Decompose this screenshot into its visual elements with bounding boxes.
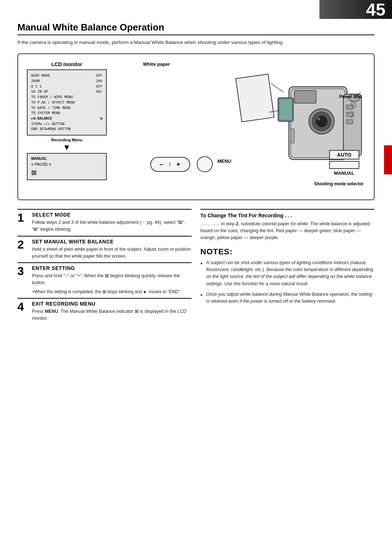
svg-rect-16 bbox=[346, 105, 353, 109]
pause-text: ≡ PAUSE ≡ bbox=[31, 162, 102, 166]
step-2-title: SET MANUAL WHITE BALANCE bbox=[32, 239, 192, 245]
note-item-2: Once you adjust white balance during Man… bbox=[200, 291, 375, 305]
intro-text: If the camera is operating in manual mod… bbox=[17, 39, 375, 46]
svg-rect-17 bbox=[346, 112, 353, 117]
step-3-text: Press and hold "–" or "+". When the ⊠ be… bbox=[32, 273, 192, 286]
lcd-bottom: MANUAL ≡ PAUSE ≡ ⊠ bbox=[27, 153, 107, 180]
lcd-screen: WIDE MODEOFF ZOOM20X D I SOFF GA IN UPAG… bbox=[27, 69, 107, 136]
step-4-content: EXIT RECORDING MENU Press MENU. The Manu… bbox=[32, 301, 192, 322]
power-dial-label: Power Dial bbox=[339, 94, 362, 99]
step-2-number: 2 bbox=[17, 239, 28, 250]
red-tab bbox=[384, 145, 392, 174]
menu-label: MENU bbox=[217, 158, 231, 164]
notes-section: NOTES: A subject can be shot under vario… bbox=[200, 247, 375, 305]
shooting-mode-label: Shooting mode selector bbox=[314, 181, 364, 186]
note-item-1: A subject can be shot under various type… bbox=[200, 259, 375, 288]
svg-rect-18 bbox=[346, 120, 353, 124]
svg-rect-8 bbox=[294, 90, 316, 103]
tint-title: To Change The Tint For Recording . . . bbox=[200, 213, 375, 218]
lcd-label: LCD monitor bbox=[27, 61, 107, 67]
plus-icon: + bbox=[176, 161, 181, 168]
menu-button[interactable] bbox=[197, 156, 213, 172]
step-4-number: 4 bbox=[17, 301, 28, 312]
step-2-content: SET MANUAL WHITE BALANCE Hold a sheet of… bbox=[32, 239, 192, 260]
step-3-number: 3 bbox=[17, 265, 28, 277]
white-paper-label: White paper bbox=[143, 61, 170, 67]
step-3-title: ENTER SETTING bbox=[32, 265, 192, 271]
svg-line-21 bbox=[271, 83, 283, 92]
svg-point-6 bbox=[317, 117, 320, 120]
notes-list: A subject can be shot under various type… bbox=[200, 259, 375, 305]
manual-text: MANUAL bbox=[31, 157, 102, 161]
manual-mode[interactable]: MANUAL bbox=[334, 170, 354, 176]
notes-title: NOTES: bbox=[200, 247, 375, 257]
separator-icon: I bbox=[169, 161, 171, 167]
tint-section: To Change The Tint For Recording . . . …… bbox=[200, 209, 375, 241]
lcd-section: LCD monitor WIDE MODEOFF ZOOM20X D I SOF… bbox=[27, 61, 107, 192]
step-2-text: Hold a sheet of plain white paper in fro… bbox=[32, 246, 192, 260]
step-4: 4 EXIT RECORDING MENU Press MENU. The Ma… bbox=[17, 298, 192, 325]
auto-mode[interactable]: AUTO bbox=[329, 150, 359, 160]
diagram-box: LCD monitor WIDE MODEOFF ZOOM20X D I SOF… bbox=[17, 53, 375, 200]
minus-plus-button[interactable]: – I + bbox=[150, 157, 190, 172]
minus-icon: – bbox=[160, 161, 164, 168]
steps-right: To Change The Tint For Recording . . . …… bbox=[200, 209, 375, 324]
step-1-number: 1 bbox=[17, 212, 28, 223]
step-3-note: •When the setting is completed, the ⊠ st… bbox=[32, 288, 192, 295]
step-1-content: SELECT MODE Follow steps 2 and 3 of the … bbox=[32, 212, 192, 233]
step-4-text: Press MENU. The Manual White Balance ind… bbox=[32, 308, 192, 322]
step-3: 3 ENTER SETTING Press and hold "–" or "+… bbox=[17, 262, 192, 298]
steps-left: 1 SELECT MODE Follow steps 2 and 3 of th… bbox=[17, 209, 192, 324]
steps-section: 1 SELECT MODE Follow steps 2 and 3 of th… bbox=[17, 209, 375, 324]
svg-rect-10 bbox=[279, 99, 292, 120]
buttons-row: – I + bbox=[150, 156, 213, 172]
svg-rect-20 bbox=[291, 129, 294, 143]
arrow-down: ▼ bbox=[27, 144, 107, 152]
page-title: Manual White Balance Operation bbox=[17, 22, 375, 35]
step-4-title: EXIT RECORDING MENU bbox=[32, 301, 192, 307]
tint-text: …… In step 2, substitute colored paper f… bbox=[200, 221, 375, 241]
svg-rect-7 bbox=[343, 94, 362, 156]
step-1-title: SELECT MODE bbox=[32, 212, 192, 218]
camera-area: White paper bbox=[114, 61, 365, 192]
recording-menu-label: Recording Menu bbox=[27, 138, 107, 142]
wb-icon: ⊠ bbox=[31, 169, 102, 177]
step-1: 1 SELECT MODE Follow steps 2 and 3 of th… bbox=[17, 209, 192, 236]
step-1-text: Follow steps 2 and 3 of the white balanc… bbox=[32, 219, 192, 233]
svg-rect-0 bbox=[236, 74, 274, 122]
mode-selector: AUTO MANUAL bbox=[329, 150, 359, 176]
page-number: 45 bbox=[366, 0, 385, 20]
step-2: 2 SET MANUAL WHITE BALANCE Hold a sheet … bbox=[17, 236, 192, 263]
svg-point-5 bbox=[316, 116, 327, 127]
step-3-content: ENTER SETTING Press and hold "–" or "+".… bbox=[32, 265, 192, 295]
page-number-bar: 45 bbox=[319, 0, 392, 19]
